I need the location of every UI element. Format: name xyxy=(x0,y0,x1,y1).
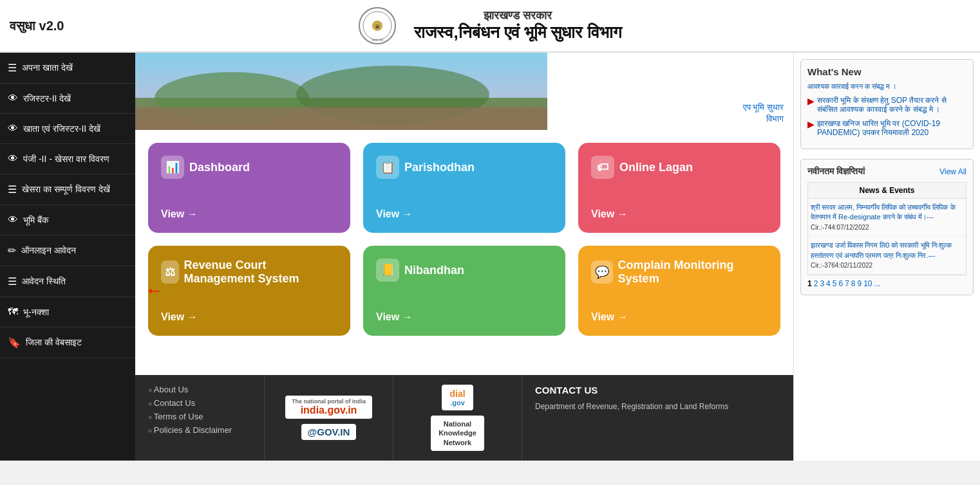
emblem-icon: 🏛 सत्यमेव जयते xyxy=(358,6,397,45)
map-icon: 🗺 xyxy=(8,306,18,318)
card-revenue-view[interactable]: View → xyxy=(161,311,198,323)
news-event-0[interactable]: श्री सरवर आलम, निम्नवर्गीय लिपिक को उच्च… xyxy=(808,199,966,237)
eye-icon: 👁 xyxy=(8,214,18,226)
card-parishodhan-view[interactable]: View → xyxy=(376,208,413,220)
card-complain-monitoring[interactable]: 💬 Complain Monitoring System View → xyxy=(578,246,780,336)
news-events-table: News & Events श्री सरवर आलम, निम्नवर्गीय… xyxy=(807,182,966,275)
card-complain-title: 💬 Complain Monitoring System xyxy=(591,259,768,286)
sidebar-item-bhumi-bank[interactable]: 👁 भूमि बैंक xyxy=(0,205,135,235)
india-gov-text: india.gov.in xyxy=(292,405,366,416)
bullet-icon: ▶ xyxy=(807,119,815,137)
sidebar-item-jila-website[interactable]: 🔖 जिला की वेबसाइट xyxy=(0,327,135,358)
card-revenue-court[interactable]: ⚖ Revenue Court Management System View → xyxy=(148,246,350,336)
footer-links: About Us Contact Us Terms of Use Policie… xyxy=(135,375,264,461)
india-gov-subtitle: The national portal of India xyxy=(292,398,366,405)
page-8[interactable]: 8 xyxy=(851,279,856,288)
card-parishodhan[interactable]: 📋 Parishodhan View → xyxy=(363,143,565,233)
sidebar-item-apna-khata[interactable]: ☰ अपना खाता देखें xyxy=(0,53,135,84)
card-complain-view[interactable]: View → xyxy=(591,311,628,323)
bookmark-icon: 🔖 xyxy=(8,336,21,349)
page-7[interactable]: 7 xyxy=(845,279,849,288)
footer-dial: dial .gov NationalKnowledgeNetwork xyxy=(393,375,522,461)
footer-terms[interactable]: Terms of Use xyxy=(148,412,251,421)
pagination: 1 2 3 4 5 6 7 8 9 10 ... xyxy=(807,279,966,288)
card-dashboard-view[interactable]: View → xyxy=(161,208,198,220)
page-3[interactable]: 3 xyxy=(820,279,824,288)
banner-image xyxy=(135,53,547,130)
list-icon: ☰ xyxy=(8,183,17,196)
svg-text:सत्यमेव जयते: सत्यमेव जयते xyxy=(371,39,384,42)
complain-icon: 💬 xyxy=(591,261,613,284)
news-events-header: News & Events xyxy=(808,183,966,199)
brand-logo: वसुधा v2.0 xyxy=(10,19,64,33)
news-item-2[interactable]: ▶ झारखण्ड खनिज धारित भूमि पर (COVID-19 P… xyxy=(807,119,966,137)
content-area: एप भूमि सुधार विभाग 📊 Dashboard View → xyxy=(135,53,980,461)
footer-about-us[interactable]: About Us xyxy=(148,385,251,394)
red-arrow-indicator: ← xyxy=(145,280,163,301)
news-item-1[interactable]: ▶ सरकारी भूमि के संरक्षण हेतु SOP तैयार … xyxy=(807,96,966,114)
card-nibandhan[interactable]: 📒 Nibandhan View → xyxy=(363,246,565,336)
sidebar-label: आवेदन स्थिति xyxy=(22,276,66,287)
sidebar-item-online-avedan[interactable]: ✏ ऑनलाइन आवेदन xyxy=(0,235,135,266)
card-online-lagan-view[interactable]: View → xyxy=(591,208,628,220)
page-6[interactable]: 6 xyxy=(838,279,843,288)
sidebar-label: खेसरा का सम्पूर्ण विवरण देखें xyxy=(22,184,110,195)
card-revenue-title: ⚖ Revenue Court Management System xyxy=(161,259,337,286)
news-item-0[interactable]: आवश्यक कारवाई करन क संबद्ध म । xyxy=(807,82,966,91)
page-2[interactable]: 2 xyxy=(814,279,818,288)
card-dashboard[interactable]: 📊 Dashboard View → xyxy=(148,143,350,233)
sidebar-item-khata-register[interactable]: 👁 खाता एवं रजिस्टर-II देखें xyxy=(0,114,135,144)
eye-icon: 👁 xyxy=(8,93,18,104)
naveenatam-header: नवीनतम विज्ञप्तियां View All xyxy=(807,166,966,177)
bullet-icon: ▶ xyxy=(807,96,815,114)
dashboard-icon: 📊 xyxy=(161,156,184,179)
cards-section: 📊 Dashboard View → 📋 Parishodhan View → xyxy=(135,130,793,375)
list-icon: ☰ xyxy=(8,62,17,74)
sidebar-item-khesra-full[interactable]: ☰ खेसरा का सम्पूर्ण विवरण देखें xyxy=(0,174,135,205)
sidebar-item-register-ii[interactable]: 👁 रजिस्टर-II देखें xyxy=(0,84,135,114)
card-nibandhan-view[interactable]: View → xyxy=(376,311,413,323)
sidebar-label: भूमि बैंक xyxy=(23,215,48,226)
sidebar-item-panji[interactable]: 👁 पंजी -II - खेसरा वार विवरण xyxy=(0,144,135,174)
page-4[interactable]: 4 xyxy=(826,279,831,288)
banner-right: एप भूमि सुधार विभाग xyxy=(547,53,793,130)
cards-row-1: 📊 Dashboard View → 📋 Parishodhan View → xyxy=(148,143,780,233)
news-text: आवश्यक कारवाई करन क संबद्ध म । xyxy=(807,82,896,91)
jharkhand-label: झारखण्ड सरकार xyxy=(414,9,621,23)
view-all-link[interactable]: View All xyxy=(939,167,966,176)
eye-icon: 👁 xyxy=(8,123,18,134)
sidebar-label: ऑनलाइन आवेदन xyxy=(21,245,76,256)
dial-gov-logo: dial .gov xyxy=(442,385,473,410)
sidebar-label: खाता एवं रजिस्टर-II देखें xyxy=(23,124,100,134)
layout: ☰ अपना खाता देखें 👁 रजिस्टर-II देखें 👁 ख… xyxy=(0,53,980,461)
footer-contact-text: Department of Revenue, Registration and … xyxy=(535,401,780,412)
sidebar-item-avedan-sthiti[interactable]: ☰ आवेदन स्थिति xyxy=(0,266,135,297)
lagan-icon: 🏷 xyxy=(591,156,614,179)
card-parishodhan-title: 📋 Parishodhan xyxy=(376,156,475,179)
news-text: झारखण्ड खनिज धारित भूमि पर (COVID-19 PAN… xyxy=(817,119,966,137)
naveenatam-box: नवीनतम विज्ञप्तियां View All News & Even… xyxy=(800,159,974,295)
card-online-lagan-title: 🏷 Online Lagan xyxy=(591,156,693,179)
card-nibandhan-title: 📒 Nibandhan xyxy=(376,259,464,282)
news-text: सरकारी भूमि के संरक्षण हेतु SOP तैयार कर… xyxy=(817,96,966,114)
page-more[interactable]: ... xyxy=(874,279,881,288)
footer-policies[interactable]: Policies & Disclaimer xyxy=(148,425,251,435)
cards-row-2: ← ⚖ Revenue Court Management System View… xyxy=(148,246,780,336)
dept-title: राजस्व,निबंधन एवं भूमि सुधार विभाग xyxy=(414,23,621,42)
whats-new-box: What's New आवश्यक कारवाई करन क संबद्ध म … xyxy=(800,59,974,149)
gov-in-logo: @GOV.IN xyxy=(301,424,357,440)
news-event-1[interactable]: झारखण्ड उर्जा विकास निगम लि0 को सरकारी भ… xyxy=(808,237,966,275)
footer-contact-us[interactable]: Contact Us xyxy=(148,398,251,408)
sidebar-item-bhu-naksha[interactable]: 🗺 भू-नक्शा xyxy=(0,297,135,327)
naveenatam-title: नवीनतम विज्ञप्तियां xyxy=(807,166,865,177)
sidebar-label: जिला की वेबसाइट xyxy=(26,337,82,348)
footer-contact: CONTACT US Department of Revenue, Regist… xyxy=(522,375,793,461)
header: वसुधा v2.0 🏛 सत्यमेव जयते झारखण्ड सरकार … xyxy=(0,0,980,53)
page-9[interactable]: 9 xyxy=(858,279,862,288)
card-online-lagan[interactable]: 🏷 Online Lagan View → xyxy=(578,143,780,233)
page-5[interactable]: 5 xyxy=(833,279,837,288)
parishodhan-icon: 📋 xyxy=(376,156,399,179)
footer: About Us Contact Us Terms of Use Policie… xyxy=(135,375,793,461)
page-10[interactable]: 10 xyxy=(863,279,872,288)
page-1[interactable]: 1 xyxy=(807,279,812,288)
